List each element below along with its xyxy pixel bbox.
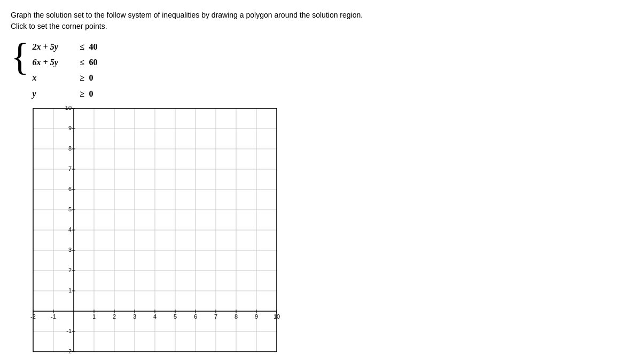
eq3-op: ≥ (75, 70, 89, 85)
eq2-rhs: 60 (89, 55, 98, 69)
brace: { (11, 39, 29, 76)
eq1-rhs: 40 (89, 39, 98, 54)
system-of-inequalities: { 2x + 5y ≤ 40 6x + 5y ≤ 60 x ≥ 0 (11, 39, 630, 101)
eq2-op: ≤ (75, 55, 89, 69)
equation-3: x ≥ 0 (33, 70, 118, 85)
equation-2: 6x + 5y ≤ 60 (33, 55, 118, 69)
eq2-lhs: 6x + 5y (33, 55, 75, 69)
eq1-lhs: 2x + 5y (33, 39, 75, 54)
graph-wrapper: Clear All Draw: Polygon (16, 106, 630, 364)
eq4-rhs: 0 (89, 86, 93, 101)
eq4-lhs: y (33, 86, 75, 101)
instructions: Graph the solution set to the follow sys… (11, 10, 630, 32)
equation-4: y ≥ 0 (33, 86, 118, 101)
grid-canvas[interactable] (16, 106, 282, 364)
instruction-line2: Click to set the corner points. (11, 21, 630, 32)
eq3-rhs: 0 (89, 70, 93, 85)
eq3-lhs: x (33, 70, 75, 85)
eq1-op: ≤ (75, 39, 89, 54)
equations-list: 2x + 5y ≤ 40 6x + 5y ≤ 60 x ≥ 0 y ≥ 0 (33, 39, 118, 101)
instruction-line1: Graph the solution set to the follow sys… (11, 10, 630, 21)
graph-area[interactable] (16, 106, 282, 364)
equation-1: 2x + 5y ≤ 40 (33, 39, 118, 54)
eq4-op: ≥ (75, 86, 89, 101)
